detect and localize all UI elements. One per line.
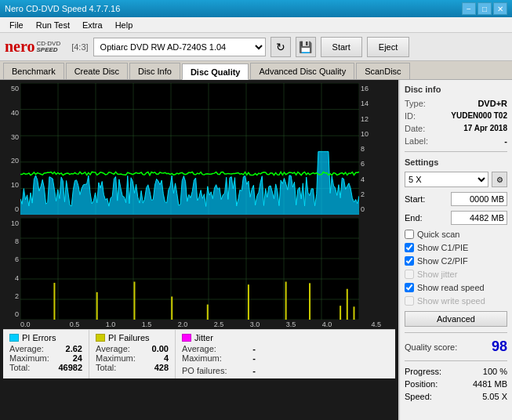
settings-title: Settings [405, 158, 507, 167]
disc-date-label: Date: [405, 124, 425, 133]
tab-create-disc[interactable]: Create Disc [66, 63, 128, 79]
start-input[interactable] [451, 192, 507, 206]
tab-disc-info[interactable]: Disc Info [129, 63, 180, 79]
pi-errors-max-row: Maximum: 24 [9, 353, 82, 363]
jitter-max-row: Maximum: - [182, 353, 256, 363]
pi-failures-avg-value: 0.00 [152, 344, 169, 353]
show-c2pif-row: Show C2/PIF [405, 256, 507, 266]
pi-failures-total-row: Total: 428 [96, 363, 169, 372]
pi-failures-max-label: Maximum: [96, 353, 136, 363]
jitter-legend: Jitter [182, 333, 256, 342]
save-button[interactable]: 💾 [296, 37, 316, 57]
divider-1 [405, 151, 507, 152]
start-label: Start: [405, 194, 425, 204]
titlebar-title: Nero CD-DVD Speed 4.7.7.16 [5, 4, 120, 13]
speed-value: 5.05 X [482, 392, 507, 401]
pi-errors-max-label: Maximum: [9, 353, 49, 363]
upper-chart-canvas [20, 83, 359, 215]
show-jitter-row: Show jitter [405, 270, 507, 279]
tabs-bar: Benchmark Create Disc Disc Info Disc Qua… [0, 61, 512, 80]
menu-file[interactable]: File [3, 19, 30, 31]
eject-button[interactable]: Eject [367, 37, 409, 57]
pi-errors-legend: PI Errors [9, 333, 82, 342]
pi-errors-avg-label: Average: [9, 344, 44, 353]
pi-failures-avg-label: Average: [96, 344, 130, 353]
tab-benchmark[interactable]: Benchmark [3, 63, 64, 79]
show-write-speed-checkbox [405, 296, 414, 306]
pi-errors-max-value: 24 [73, 353, 82, 363]
jitter-max-label: Maximum: [182, 353, 222, 363]
divider-3 [405, 360, 507, 361]
start-button[interactable]: Start [321, 37, 362, 57]
position-label: Position: [405, 379, 438, 389]
advanced-button[interactable]: Advanced [405, 311, 507, 327]
disc-label-row: Label: - [405, 136, 507, 146]
maximize-button[interactable]: □ [478, 2, 492, 15]
minimize-button[interactable]: − [462, 2, 476, 15]
disc-date-row: Date: 17 Apr 2018 [405, 124, 507, 133]
position-value: 4481 MB [473, 379, 507, 389]
drive-selector[interactable]: Optiarc DVD RW AD-7240S 1.04 [93, 38, 266, 56]
pi-errors-stats: PI Errors Average: 2.62 Maximum: 24 Tota… [3, 330, 89, 378]
settings-icon-button[interactable]: ⚙ [492, 172, 507, 187]
titlebar-buttons: − □ ✕ [462, 2, 507, 15]
pi-errors-total-value: 46982 [58, 363, 82, 372]
menubar: File Run Test Extra Help [0, 17, 512, 33]
right-panel: Disc info Type: DVD+R ID: YUDEN000 T02 D… [398, 80, 512, 420]
refresh-button[interactable]: ↻ [271, 37, 291, 57]
show-read-speed-checkbox[interactable] [405, 283, 414, 292]
jitter-avg-value: - [252, 344, 256, 353]
jitter-legend-box [182, 334, 191, 342]
main-content: 50 40 30 20 10 0 16 14 12 10 8 6 4 2 0 [0, 80, 512, 420]
menu-help[interactable]: Help [109, 19, 140, 31]
lower-y-labels-left: 10 8 6 4 2 0 [3, 218, 20, 320]
jitter-stats: Jitter Average: - Maximum: - PO failures… [176, 330, 262, 378]
toolbar: nero CD·DVDSPEED [4:3] Optiarc DVD RW AD… [0, 33, 512, 61]
end-input[interactable] [451, 211, 507, 225]
logo-nero: nero [5, 38, 35, 56]
disc-info-title: Disc info [405, 85, 507, 94]
quick-scan-row: Quick scan [405, 230, 507, 239]
show-read-speed-row: Show read speed [405, 283, 507, 292]
tab-advanced-disc-quality[interactable]: Advanced Disc Quality [250, 63, 354, 79]
menu-run-test[interactable]: Run Test [30, 19, 76, 31]
quick-scan-checkbox[interactable] [405, 230, 414, 239]
disc-label-label: Label: [405, 136, 428, 146]
divider-2 [405, 332, 507, 333]
disc-type-label: Type: [405, 99, 426, 108]
show-c2pif-checkbox[interactable] [405, 256, 414, 266]
show-jitter-checkbox [405, 270, 414, 279]
lower-chart-canvas [20, 218, 359, 320]
disc-id-row: ID: YUDEN000 T02 [405, 111, 507, 121]
show-c1pie-checkbox[interactable] [405, 243, 414, 252]
show-read-speed-label: Show read speed [417, 283, 485, 292]
show-c1pie-row: Show C1/PIE [405, 243, 507, 252]
pi-errors-avg-value: 2.62 [66, 344, 82, 353]
stats-area: PI Errors Average: 2.62 Maximum: 24 Tota… [3, 329, 395, 378]
pi-errors-legend-box [9, 334, 19, 342]
upper-chart-container: 50 40 30 20 10 0 16 14 12 10 8 6 4 2 0 [3, 83, 395, 215]
x-axis-labels: 0.0 0.5 1.0 1.5 2.0 2.5 3.0 3.5 4.0 4.5 [20, 320, 381, 329]
tab-disc-quality[interactable]: Disc Quality [182, 63, 249, 80]
upper-y-labels-left: 50 40 30 20 10 0 [3, 83, 20, 215]
disc-id-value: YUDEN000 T02 [451, 111, 507, 121]
close-button[interactable]: ✕ [493, 2, 507, 15]
speed-selector[interactable]: 5 X [405, 172, 488, 187]
lower-chart-container: 10 8 6 4 2 0 [3, 218, 395, 320]
tab-scandisc[interactable]: ScanDisc [356, 63, 409, 79]
aspect-label: [4:3] [71, 42, 88, 52]
jitter-legend-label: Jitter [194, 333, 213, 342]
pi-failures-stats: PI Failures Average: 0.00 Maximum: 4 Tot… [89, 330, 176, 378]
quick-scan-label: Quick scan [417, 230, 459, 239]
quality-score-row: Quality score: 98 [405, 339, 507, 355]
jitter-avg-label: Average: [182, 344, 216, 353]
pi-errors-legend-label: PI Errors [22, 333, 56, 342]
speed-label: Speed: [405, 392, 432, 401]
end-label: End: [405, 213, 423, 223]
jitter-max-value: - [252, 353, 256, 363]
po-failures-value: - [252, 366, 256, 375]
menu-extra[interactable]: Extra [76, 19, 109, 31]
show-write-speed-row: Show write speed [405, 296, 507, 306]
jitter-avg-row: Average: - [182, 344, 256, 353]
disc-id-label: ID: [405, 111, 416, 121]
